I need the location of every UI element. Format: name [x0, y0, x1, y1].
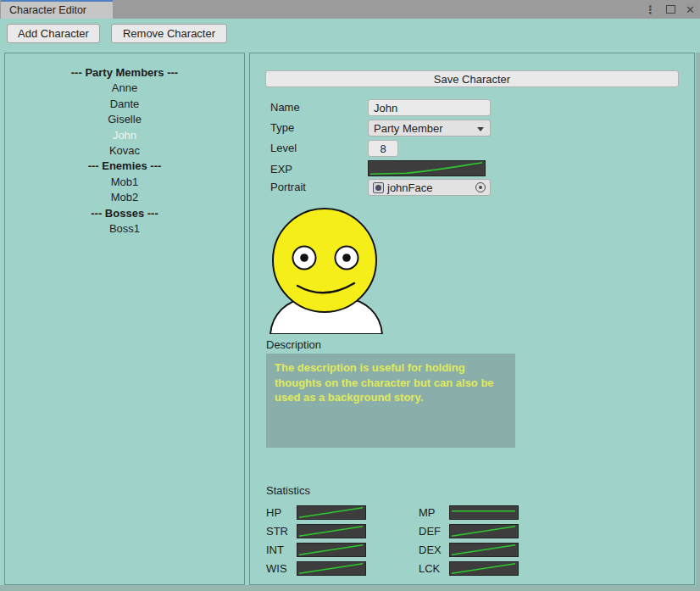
character-editor-window: Character Editor ⋮ ✕ Add Character Remov…	[0, 0, 700, 591]
list-item-boss1[interactable]: Boss1	[5, 221, 244, 237]
toolbar: Add Character Remove Character	[0, 19, 700, 51]
list-item-giselle[interactable]: Giselle	[5, 112, 244, 127]
level-label: Level	[270, 140, 355, 157]
remove-character-label: Remove Character	[123, 27, 215, 40]
portrait-preview-image	[265, 204, 386, 334]
titlebar: Character Editor ⋮ ✕	[0, 0, 700, 19]
maximize-icon[interactable]	[666, 5, 675, 14]
portrait-label: Portrait	[270, 179, 355, 196]
list-section-party-members: --- Party Members ---	[5, 65, 244, 81]
tab-character-editor[interactable]: Character Editor	[1, 0, 113, 19]
stat-wis-label: WIS	[266, 562, 297, 575]
titlebar-controls: ⋮ ✕	[645, 0, 695, 19]
stat-row-int: INT	[266, 543, 366, 557]
add-character-label: Add Character	[18, 27, 89, 40]
stat-lck-label: LCK	[419, 562, 449, 575]
level-input[interactable]	[368, 140, 398, 157]
character-list-panel: --- Party Members --- Anne Dante Giselle…	[4, 53, 245, 585]
stat-row-str: STR	[266, 524, 366, 538]
stat-hp-label: HP	[266, 506, 297, 519]
list-item-anne[interactable]: Anne	[5, 81, 244, 96]
save-character-label: Save Character	[434, 73, 510, 86]
stat-row-wis: WIS	[266, 561, 366, 576]
character-detail-panel: Save Character Name Type Level EXP Portr…	[249, 53, 695, 585]
stat-row-def: DEF	[419, 524, 519, 538]
close-icon[interactable]: ✕	[686, 3, 695, 16]
sprite-icon	[373, 182, 384, 193]
list-item-john-selected[interactable]: John	[5, 128, 244, 143]
name-label: Name	[270, 99, 355, 116]
tab-title: Character Editor	[9, 4, 86, 16]
stat-mp-curve-field[interactable]	[449, 505, 519, 520]
stat-dex-label: DEX	[419, 544, 449, 556]
list-item-kovac[interactable]: Kovac	[5, 143, 244, 159]
list-item-mob2[interactable]: Mob2	[5, 190, 244, 205]
character-list: --- Party Members --- Anne Dante Giselle…	[5, 53, 244, 237]
exp-label: EXP	[270, 161, 355, 178]
name-input[interactable]	[368, 99, 491, 116]
object-picker-icon[interactable]	[475, 182, 486, 192]
statistics-label: Statistics	[266, 484, 310, 497]
save-character-button[interactable]: Save Character	[265, 70, 679, 87]
stat-row-dex: DEX	[419, 543, 519, 557]
description-textarea[interactable]: The description is useful for holding th…	[266, 354, 515, 448]
list-section-enemies: --- Enemies ---	[5, 159, 244, 174]
stat-dex-curve-field[interactable]	[449, 543, 519, 557]
stat-str-curve-field[interactable]	[297, 524, 366, 538]
chevron-down-icon	[477, 127, 484, 131]
type-dropdown-value: Party Member	[374, 122, 443, 135]
type-dropdown[interactable]: Party Member	[368, 120, 491, 137]
stat-def-label: DEF	[419, 525, 449, 538]
stat-lck-curve-field[interactable]	[449, 561, 519, 576]
list-item-dante[interactable]: Dante	[5, 97, 244, 112]
portrait-object-field[interactable]: johnFace	[368, 179, 491, 196]
type-label: Type	[270, 120, 355, 137]
stat-int-curve-field[interactable]	[297, 543, 366, 557]
menu-kebab-icon[interactable]: ⋮	[645, 3, 656, 16]
stat-row-lck: LCK	[419, 561, 519, 576]
list-section-bosses: --- Bosses ---	[5, 206, 244, 221]
exp-curve-field[interactable]	[368, 160, 486, 176]
window-bottom-edge	[0, 585, 700, 591]
window-right-edge	[696, 53, 700, 585]
list-item-mob1[interactable]: Mob1	[5, 175, 244, 190]
portrait-object-name: johnFace	[387, 181, 472, 194]
stat-int-label: INT	[266, 544, 297, 556]
stat-mp-label: MP	[419, 506, 449, 519]
stat-row-hp: HP	[266, 505, 366, 520]
add-character-button[interactable]: Add Character	[7, 24, 100, 43]
stat-row-mp: MP	[419, 505, 519, 520]
exp-curve-icon	[369, 161, 485, 176]
stat-hp-curve-field[interactable]	[297, 505, 366, 520]
remove-character-button[interactable]: Remove Character	[111, 24, 227, 43]
stat-str-label: STR	[266, 525, 297, 538]
stat-def-curve-field[interactable]	[449, 524, 519, 538]
stat-wis-curve-field[interactable]	[297, 561, 366, 576]
description-label: Description	[266, 338, 321, 351]
